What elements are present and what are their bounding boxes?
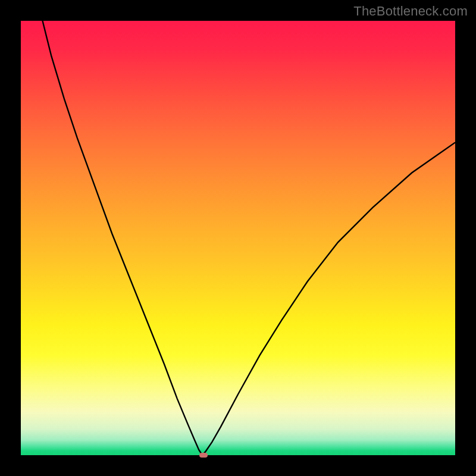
plot-area: [21, 21, 455, 455]
bottleneck-chart: TheBottleneck.com: [0, 0, 476, 476]
optimum-marker: [199, 453, 208, 458]
watermark-text: TheBottleneck.com: [353, 4, 468, 19]
bottleneck-curve-path: [43, 21, 456, 455]
curve-svg: [21, 21, 455, 455]
